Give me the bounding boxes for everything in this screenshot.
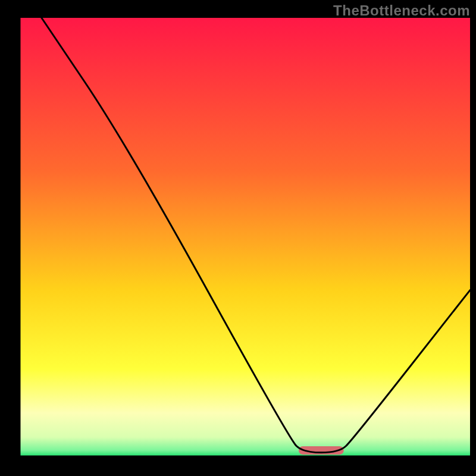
chart-container: TheBottleneck.com (0, 0, 476, 476)
watermark-text: TheBottleneck.com (333, 2, 470, 19)
bottleneck-chart (0, 0, 476, 476)
